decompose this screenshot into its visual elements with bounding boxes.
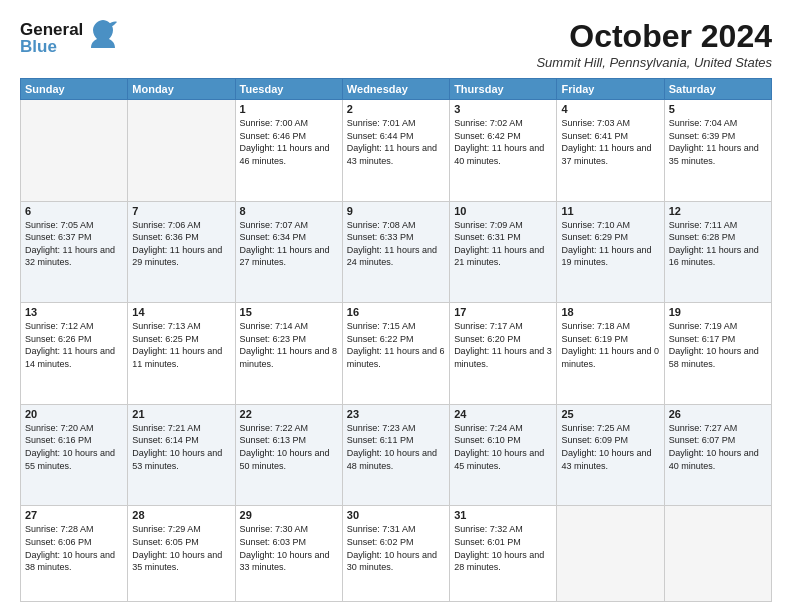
day-number: 5: [669, 103, 767, 115]
day-number: 25: [561, 408, 659, 420]
day-info: Sunrise: 7:25 AMSunset: 6:09 PMDaylight:…: [561, 422, 659, 472]
day-number: 24: [454, 408, 552, 420]
calendar-week-5: 27Sunrise: 7:28 AMSunset: 6:06 PMDayligh…: [21, 506, 772, 602]
calendar-cell: 4Sunrise: 7:03 AMSunset: 6:41 PMDaylight…: [557, 100, 664, 202]
day-info: Sunrise: 7:02 AMSunset: 6:42 PMDaylight:…: [454, 117, 552, 167]
day-info: Sunrise: 7:23 AMSunset: 6:11 PMDaylight:…: [347, 422, 445, 472]
day-info: Sunrise: 7:04 AMSunset: 6:39 PMDaylight:…: [669, 117, 767, 167]
calendar-cell: 18Sunrise: 7:18 AMSunset: 6:19 PMDayligh…: [557, 303, 664, 405]
day-number: 9: [347, 205, 445, 217]
day-number: 29: [240, 509, 338, 521]
calendar-cell: 14Sunrise: 7:13 AMSunset: 6:25 PMDayligh…: [128, 303, 235, 405]
calendar-header-thursday: Thursday: [450, 79, 557, 100]
calendar-cell: 16Sunrise: 7:15 AMSunset: 6:22 PMDayligh…: [342, 303, 449, 405]
day-number: 21: [132, 408, 230, 420]
day-info: Sunrise: 7:08 AMSunset: 6:33 PMDaylight:…: [347, 219, 445, 269]
day-info: Sunrise: 7:07 AMSunset: 6:34 PMDaylight:…: [240, 219, 338, 269]
calendar-cell: 5Sunrise: 7:04 AMSunset: 6:39 PMDaylight…: [664, 100, 771, 202]
calendar-cell: 1Sunrise: 7:00 AMSunset: 6:46 PMDaylight…: [235, 100, 342, 202]
day-number: 11: [561, 205, 659, 217]
day-info: Sunrise: 7:19 AMSunset: 6:17 PMDaylight:…: [669, 320, 767, 370]
calendar-cell: 13Sunrise: 7:12 AMSunset: 6:26 PMDayligh…: [21, 303, 128, 405]
day-info: Sunrise: 7:27 AMSunset: 6:07 PMDaylight:…: [669, 422, 767, 472]
logo: General Blue: [20, 18, 117, 58]
calendar-cell: [21, 100, 128, 202]
calendar-cell: 23Sunrise: 7:23 AMSunset: 6:11 PMDayligh…: [342, 404, 449, 506]
day-info: Sunrise: 7:22 AMSunset: 6:13 PMDaylight:…: [240, 422, 338, 472]
day-number: 13: [25, 306, 123, 318]
day-number: 6: [25, 205, 123, 217]
day-info: Sunrise: 7:14 AMSunset: 6:23 PMDaylight:…: [240, 320, 338, 370]
day-info: Sunrise: 7:06 AMSunset: 6:36 PMDaylight:…: [132, 219, 230, 269]
day-info: Sunrise: 7:11 AMSunset: 6:28 PMDaylight:…: [669, 219, 767, 269]
day-info: Sunrise: 7:17 AMSunset: 6:20 PMDaylight:…: [454, 320, 552, 370]
day-number: 3: [454, 103, 552, 115]
day-info: Sunrise: 7:28 AMSunset: 6:06 PMDaylight:…: [25, 523, 123, 573]
calendar: SundayMondayTuesdayWednesdayThursdayFrid…: [20, 78, 772, 602]
day-info: Sunrise: 7:31 AMSunset: 6:02 PMDaylight:…: [347, 523, 445, 573]
day-number: 30: [347, 509, 445, 521]
header: General Blue October 2024 Summit Hill, P…: [20, 18, 772, 70]
day-number: 18: [561, 306, 659, 318]
calendar-cell: 21Sunrise: 7:21 AMSunset: 6:14 PMDayligh…: [128, 404, 235, 506]
day-number: 15: [240, 306, 338, 318]
page: General Blue October 2024 Summit Hill, P…: [0, 0, 792, 612]
logo-blue: Blue: [20, 38, 83, 55]
calendar-header-tuesday: Tuesday: [235, 79, 342, 100]
calendar-cell: 30Sunrise: 7:31 AMSunset: 6:02 PMDayligh…: [342, 506, 449, 602]
calendar-cell: 31Sunrise: 7:32 AMSunset: 6:01 PMDayligh…: [450, 506, 557, 602]
day-info: Sunrise: 7:13 AMSunset: 6:25 PMDaylight:…: [132, 320, 230, 370]
day-info: Sunrise: 7:01 AMSunset: 6:44 PMDaylight:…: [347, 117, 445, 167]
calendar-cell: 2Sunrise: 7:01 AMSunset: 6:44 PMDaylight…: [342, 100, 449, 202]
calendar-cell: [664, 506, 771, 602]
calendar-header-monday: Monday: [128, 79, 235, 100]
calendar-cell: 11Sunrise: 7:10 AMSunset: 6:29 PMDayligh…: [557, 201, 664, 303]
calendar-cell: 28Sunrise: 7:29 AMSunset: 6:05 PMDayligh…: [128, 506, 235, 602]
day-number: 16: [347, 306, 445, 318]
day-info: Sunrise: 7:00 AMSunset: 6:46 PMDaylight:…: [240, 117, 338, 167]
calendar-cell: 24Sunrise: 7:24 AMSunset: 6:10 PMDayligh…: [450, 404, 557, 506]
day-info: Sunrise: 7:29 AMSunset: 6:05 PMDaylight:…: [132, 523, 230, 573]
calendar-header-wednesday: Wednesday: [342, 79, 449, 100]
calendar-header-sunday: Sunday: [21, 79, 128, 100]
day-number: 2: [347, 103, 445, 115]
calendar-cell: 6Sunrise: 7:05 AMSunset: 6:37 PMDaylight…: [21, 201, 128, 303]
calendar-cell: 19Sunrise: 7:19 AMSunset: 6:17 PMDayligh…: [664, 303, 771, 405]
calendar-cell: 8Sunrise: 7:07 AMSunset: 6:34 PMDaylight…: [235, 201, 342, 303]
logo-bird-icon: [89, 18, 117, 58]
calendar-header-saturday: Saturday: [664, 79, 771, 100]
calendar-cell: [128, 100, 235, 202]
day-number: 14: [132, 306, 230, 318]
location: Summit Hill, Pennsylvania, United States: [536, 55, 772, 70]
calendar-cell: 12Sunrise: 7:11 AMSunset: 6:28 PMDayligh…: [664, 201, 771, 303]
day-number: 22: [240, 408, 338, 420]
day-number: 31: [454, 509, 552, 521]
day-number: 7: [132, 205, 230, 217]
day-number: 12: [669, 205, 767, 217]
calendar-header-row: SundayMondayTuesdayWednesdayThursdayFrid…: [21, 79, 772, 100]
day-number: 19: [669, 306, 767, 318]
day-number: 28: [132, 509, 230, 521]
calendar-cell: [557, 506, 664, 602]
day-info: Sunrise: 7:21 AMSunset: 6:14 PMDaylight:…: [132, 422, 230, 472]
calendar-cell: 20Sunrise: 7:20 AMSunset: 6:16 PMDayligh…: [21, 404, 128, 506]
calendar-cell: 17Sunrise: 7:17 AMSunset: 6:20 PMDayligh…: [450, 303, 557, 405]
calendar-cell: 27Sunrise: 7:28 AMSunset: 6:06 PMDayligh…: [21, 506, 128, 602]
day-info: Sunrise: 7:30 AMSunset: 6:03 PMDaylight:…: [240, 523, 338, 573]
day-info: Sunrise: 7:09 AMSunset: 6:31 PMDaylight:…: [454, 219, 552, 269]
calendar-cell: 29Sunrise: 7:30 AMSunset: 6:03 PMDayligh…: [235, 506, 342, 602]
day-number: 10: [454, 205, 552, 217]
day-number: 26: [669, 408, 767, 420]
day-info: Sunrise: 7:20 AMSunset: 6:16 PMDaylight:…: [25, 422, 123, 472]
calendar-cell: 26Sunrise: 7:27 AMSunset: 6:07 PMDayligh…: [664, 404, 771, 506]
day-number: 23: [347, 408, 445, 420]
calendar-cell: 9Sunrise: 7:08 AMSunset: 6:33 PMDaylight…: [342, 201, 449, 303]
logo-general: General: [20, 21, 83, 38]
calendar-week-4: 20Sunrise: 7:20 AMSunset: 6:16 PMDayligh…: [21, 404, 772, 506]
day-number: 20: [25, 408, 123, 420]
day-number: 1: [240, 103, 338, 115]
day-info: Sunrise: 7:32 AMSunset: 6:01 PMDaylight:…: [454, 523, 552, 573]
day-number: 17: [454, 306, 552, 318]
calendar-cell: 25Sunrise: 7:25 AMSunset: 6:09 PMDayligh…: [557, 404, 664, 506]
calendar-cell: 3Sunrise: 7:02 AMSunset: 6:42 PMDaylight…: [450, 100, 557, 202]
